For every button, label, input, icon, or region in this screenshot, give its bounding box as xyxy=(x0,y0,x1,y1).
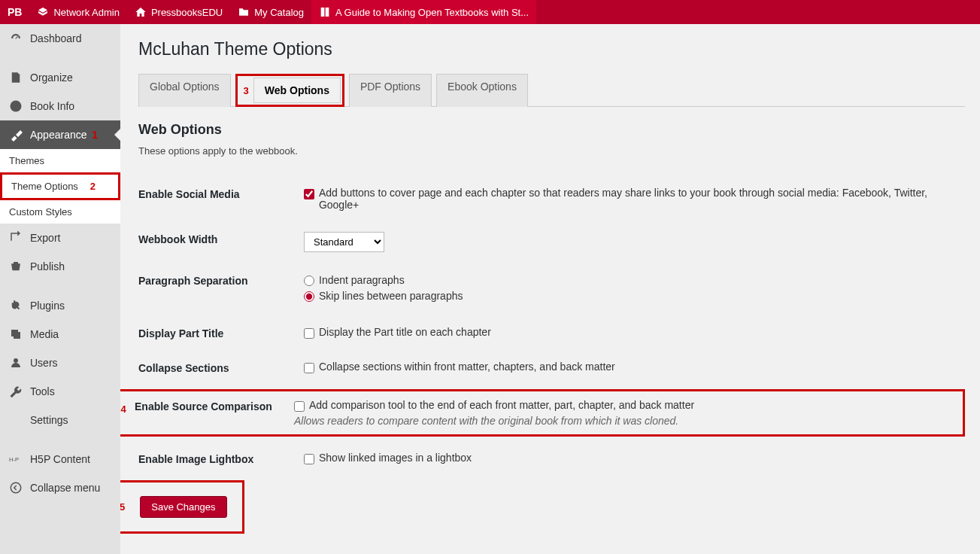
sidebar-media[interactable]: Media xyxy=(0,320,120,349)
tab-global[interactable]: Global Options xyxy=(138,74,231,107)
para-indent-option[interactable]: Indent paragraphs xyxy=(304,273,965,286)
pressbooks-edu-link[interactable]: PressbooksEDU xyxy=(127,0,230,24)
network-icon xyxy=(37,6,49,18)
sidebar-themes[interactable]: Themes xyxy=(0,149,120,172)
network-admin-link[interactable]: Network Admin xyxy=(29,0,126,24)
collapse-checkbox[interactable] xyxy=(304,363,314,373)
sidebar-publish[interactable]: Publish xyxy=(0,252,120,281)
svg-point-2 xyxy=(11,482,21,493)
sidebar-users[interactable]: Users xyxy=(0,349,120,377)
row-lightbox: Enable Image Lightbox Show linked images… xyxy=(138,441,965,476)
source-checkbox[interactable] xyxy=(294,401,305,412)
sidebar-collapse[interactable]: Collapse menu xyxy=(0,473,120,502)
sidebar-custom-styles[interactable]: Custom Styles xyxy=(0,200,120,224)
sidebar-tools[interactable]: Tools xyxy=(0,377,120,406)
export-icon xyxy=(9,231,23,245)
row-social: Enable Social Media Add buttons to cover… xyxy=(138,176,965,221)
annotation-5: 5 xyxy=(120,501,125,513)
annotation-1: 1 xyxy=(92,129,98,141)
brush-icon xyxy=(9,128,23,142)
shop-icon xyxy=(9,260,23,273)
sidebar-export[interactable]: Export xyxy=(0,224,120,252)
media-icon xyxy=(9,327,23,341)
collapse-option[interactable]: Collapse sections within front matter, c… xyxy=(304,361,965,373)
document-icon xyxy=(9,71,23,84)
annotation-5-box: 5 Save Changes xyxy=(102,480,244,534)
svg-text:H-P: H-P xyxy=(9,456,19,463)
para-skip-option[interactable]: Skip lines between paragraphs xyxy=(304,289,965,302)
label-social: Enable Social Media xyxy=(138,187,304,200)
width-select[interactable]: Standard xyxy=(304,232,384,252)
tabs-nav: Global Options 3 Web Options PDF Options… xyxy=(138,73,965,107)
label-part: Display Part Title xyxy=(138,326,304,339)
sidebar-book-info[interactable]: Book Info xyxy=(0,92,120,120)
annotation-3-box: 3 Web Options xyxy=(235,74,344,107)
my-catalog-link[interactable]: My Catalog xyxy=(230,0,311,24)
home-icon xyxy=(135,6,147,18)
info-icon xyxy=(9,99,23,113)
section-desc: These options apply to the webbook. xyxy=(138,145,965,157)
source-option[interactable]: Add comparison tool to the end of each f… xyxy=(294,399,958,412)
page-title: McLuhan Theme Options xyxy=(138,39,965,59)
para-skip-radio[interactable] xyxy=(304,291,314,302)
annotation-2: 2 xyxy=(90,181,96,192)
book-link[interactable]: A Guide to Making Open Textbooks with St… xyxy=(311,0,536,24)
para-indent-radio[interactable] xyxy=(304,275,314,286)
row-part: Display Part Title Display the Part titl… xyxy=(138,315,965,350)
appearance-submenu: Themes Theme Options 2 Custom Styles xyxy=(0,149,120,224)
part-option[interactable]: Display the Part title on each chapter xyxy=(304,326,965,339)
folder-icon xyxy=(238,6,250,18)
tab-pdf[interactable]: PDF Options xyxy=(349,74,432,107)
annotation-3: 3 xyxy=(239,85,253,96)
h5p-icon: H-P xyxy=(9,452,23,466)
label-lightbox: Enable Image Lightbox xyxy=(138,452,304,465)
annotation-4-box: 4 Enable Source Comparison Add compariso… xyxy=(102,389,965,437)
pb-logo[interactable]: PB xyxy=(0,6,29,18)
label-collapse: Collapse Sections xyxy=(138,361,304,374)
section-title: Web Options xyxy=(138,122,965,138)
sidebar-appearance[interactable]: Appearance 1 xyxy=(0,120,120,149)
admin-sidebar: Dashboard Organize Book Info Appearance … xyxy=(0,24,120,554)
lightbox-option[interactable]: Show linked images in a lightbox xyxy=(304,452,965,464)
lightbox-checkbox[interactable] xyxy=(304,454,314,464)
book-icon xyxy=(319,6,331,18)
user-icon xyxy=(9,356,23,370)
row-para: Paragraph Separation Indent paragraphs S… xyxy=(138,263,965,315)
wrench-icon xyxy=(9,385,23,398)
sidebar-organize[interactable]: Organize xyxy=(0,63,120,92)
part-checkbox[interactable] xyxy=(304,328,314,339)
gauge-icon xyxy=(9,32,23,45)
source-help: Allows readers to compare content with t… xyxy=(294,415,958,427)
row-width: Webbook Width Standard xyxy=(138,221,965,263)
svg-point-0 xyxy=(11,101,22,112)
tab-web[interactable]: Web Options xyxy=(253,78,341,103)
collapse-icon xyxy=(9,481,23,495)
main-content: McLuhan Theme Options Global Options 3 W… xyxy=(120,24,980,554)
tab-ebook[interactable]: Ebook Options xyxy=(436,74,528,107)
save-button[interactable]: Save Changes xyxy=(140,496,226,518)
label-width: Webbook Width xyxy=(138,232,304,245)
sidebar-settings[interactable]: Settings xyxy=(0,406,120,434)
sidebar-dashboard[interactable]: Dashboard xyxy=(0,24,120,53)
social-option[interactable]: Add buttons to cover page and each chapt… xyxy=(304,187,965,211)
label-para: Paragraph Separation xyxy=(138,273,304,287)
admin-topbar: PB Network Admin PressbooksEDU My Catalo… xyxy=(0,0,980,24)
sliders-icon xyxy=(9,413,23,427)
label-source: Enable Source Comparison xyxy=(135,399,294,427)
sidebar-plugins[interactable]: Plugins xyxy=(0,291,120,320)
sidebar-h5p[interactable]: H-P H5P Content xyxy=(0,445,120,473)
sidebar-theme-options[interactable]: Theme Options 2 xyxy=(0,172,120,200)
social-checkbox[interactable] xyxy=(304,189,314,199)
row-collapse: Collapse Sections Collapse sections with… xyxy=(138,350,965,385)
plug-icon xyxy=(9,299,23,312)
